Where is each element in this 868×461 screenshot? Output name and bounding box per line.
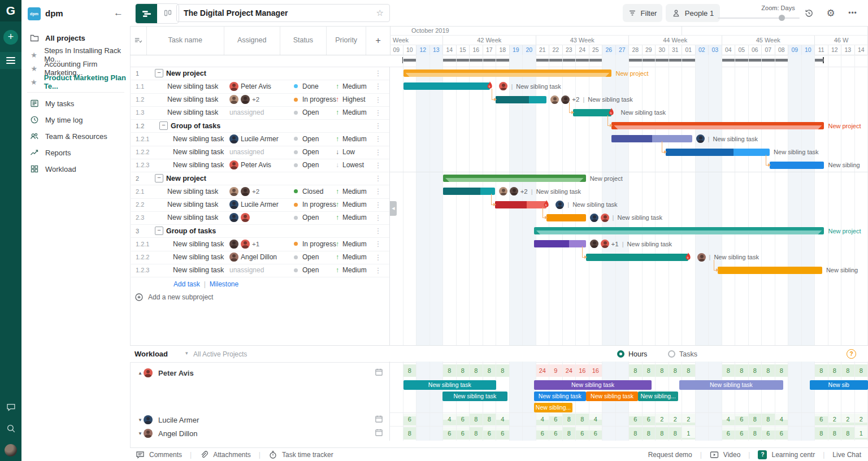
task-row[interactable]: 2.1New sibling task+2Closed↑Medium⋮ [130, 185, 389, 198]
workload-person-row[interactable]: ▲Peter Avis [130, 366, 389, 380]
project-title-field[interactable]: The Digital Project Manager ☆ [176, 4, 390, 22]
row-menu-button[interactable]: ⋮ [374, 134, 382, 143]
task-row[interactable]: 1.2.1New sibling task+1In progress↑Mediu… [130, 237, 389, 251]
collapse-toggle[interactable]: − [155, 227, 163, 235]
gantt-task-bar[interactable]: New sibling [770, 162, 824, 169]
priority-cell[interactable]: ↑Medium [336, 214, 367, 221]
gantt-project-bar[interactable]: New project [611, 122, 824, 129]
assigned-cell[interactable]: +2 [229, 95, 259, 104]
priority-cell[interactable]: ↑Medium [336, 188, 367, 195]
task-row[interactable]: 1.2.1New sibling taskLucile ArmerOpen↑Me… [130, 132, 389, 146]
settings-button[interactable]: ⚙ [822, 5, 839, 21]
assigned-cell[interactable]: +1 [229, 240, 259, 249]
tasks-radio-label[interactable]: Tasks [679, 350, 697, 358]
footer-item-request-demo[interactable]: Request demo [648, 451, 692, 459]
footer-item-video[interactable]: Video [710, 450, 740, 459]
sidebar-item-all-projects[interactable]: All projects [21, 31, 130, 45]
status-cell[interactable]: Open [294, 161, 319, 169]
column-header-task-name[interactable]: Task name [147, 26, 224, 55]
gantt-task-bar[interactable]: New sibling task [666, 149, 770, 156]
board-view-button[interactable] [157, 4, 179, 23]
row-menu-button[interactable]: ⋮ [374, 82, 382, 90]
task-row[interactable]: 2.2New sibling taskLucile ArmerIn progre… [130, 198, 389, 212]
row-menu-button[interactable]: ⋮ [374, 240, 382, 248]
more-menu-button[interactable]: ••• [844, 5, 861, 21]
status-cell[interactable]: Open [294, 135, 319, 143]
favorite-star-icon[interactable]: ☆ [376, 8, 384, 18]
workload-task-bar[interactable]: New sibling task [534, 380, 652, 390]
hours-radio[interactable] [617, 350, 624, 358]
sidebar-item-workload[interactable]: Workload [21, 162, 130, 176]
row-menu-button[interactable]: ⋮ [374, 253, 382, 262]
sidebar-item-reports[interactable]: Reports [21, 145, 130, 160]
gantt-view-button[interactable] [136, 4, 157, 23]
priority-cell[interactable]: ↑Medium [336, 135, 367, 143]
priority-cell[interactable]: ↑Medium [336, 108, 367, 116]
help-icon[interactable]: ? [847, 349, 856, 359]
hours-radio-label[interactable]: Hours [628, 350, 647, 358]
assigned-cell[interactable]: Angel Dillon [229, 253, 277, 262]
priority-cell[interactable]: ↑Highest [336, 95, 366, 103]
row-menu-button[interactable]: ⋮ [374, 148, 382, 156]
task-group-row[interactable]: 2−New project⋮ [130, 172, 389, 185]
workload-task-bar[interactable]: New sibling task [586, 392, 639, 401]
assigned-cell[interactable]: Peter Avis [229, 82, 271, 91]
assigned-cell[interactable]: Peter Avis [229, 160, 271, 169]
status-cell[interactable]: In progress [294, 201, 336, 208]
assigned-cell[interactable]: unassigned [229, 148, 264, 156]
gantt-task-bar[interactable]: +2|New sibling task [496, 96, 546, 103]
milestone-link[interactable]: Milestone [210, 280, 238, 288]
assigned-cell[interactable]: +2 [229, 187, 259, 196]
priority-cell[interactable]: ↑Medium [336, 266, 367, 274]
assigned-cell[interactable] [229, 213, 250, 222]
row-menu-button[interactable]: ⋮ [374, 187, 382, 195]
gantt-task-bar[interactable]: New sibling [718, 267, 822, 274]
status-cell[interactable]: Closed [294, 188, 323, 195]
workload-task-bar[interactable]: New sibling... [638, 392, 678, 401]
gantt-task-bar[interactable]: |New sibling task [403, 82, 491, 90]
collapse-toggle[interactable]: − [159, 121, 168, 130]
row-menu-button[interactable]: ⋮ [374, 108, 382, 117]
sidebar-item-team-resources[interactable]: Team & Resources [21, 129, 130, 143]
history-button[interactable] [800, 5, 817, 21]
sidebar-item-my-time-log[interactable]: My time log [21, 112, 130, 127]
project-title[interactable]: The Digital Project Manager [184, 8, 376, 18]
chat-icon[interactable] [6, 402, 16, 412]
panel-splitter[interactable]: ◀ [390, 201, 397, 216]
gantt-task-bar[interactable]: +2|New sibling task [443, 188, 495, 195]
footer-item-live-chat[interactable]: Live Chat [832, 451, 861, 459]
row-menu-button[interactable]: ⋮ [374, 201, 382, 209]
task-row[interactable]: 1.2.3New sibling taskunassignedOpen↑Medi… [130, 264, 389, 277]
workload-task-bar[interactable]: New sibling task [442, 392, 507, 401]
column-header-status[interactable]: Status [280, 26, 327, 55]
priority-cell[interactable]: ↓Lowest [336, 161, 364, 169]
gantt-task-bar[interactable]: +1|New sibling task [534, 240, 586, 247]
gantt-task-bar[interactable]: New sibling task [573, 109, 611, 116]
status-cell[interactable]: Open [294, 253, 319, 261]
task-row[interactable]: 1.2.2New sibling taskunassignedOpen↓Low⋮ [130, 146, 389, 159]
gantt-project-bar[interactable]: New project [403, 69, 612, 77]
sidebar-item-my-tasks[interactable]: My tasks [21, 96, 130, 111]
add-task-link[interactable]: Add task [173, 280, 200, 288]
status-cell[interactable]: Open [294, 266, 319, 274]
row-menu-button[interactable]: ⋮ [374, 69, 382, 77]
task-group-row[interactable]: 3−Group of tasks⋮ [130, 224, 389, 238]
column-header-assigned[interactable]: Assigned [224, 26, 280, 55]
zoom-slider-track[interactable] [718, 18, 800, 19]
status-cell[interactable]: Open [294, 108, 319, 116]
assigned-cell[interactable]: Lucile Armer [229, 200, 279, 209]
search-icon[interactable] [6, 424, 16, 433]
collapse-toggle[interactable]: − [155, 174, 163, 182]
assigned-cell[interactable]: unassigned [229, 108, 264, 116]
status-cell[interactable]: In progress [294, 240, 336, 248]
task-row[interactable]: 1.2New sibling task+2In progress↑Highest… [130, 93, 389, 107]
column-header-priority[interactable]: Priority [327, 26, 366, 55]
task-group-row[interactable]: 1−New project⋮ [130, 67, 389, 80]
assigned-cell[interactable]: unassigned [229, 266, 264, 274]
row-menu-button[interactable]: ⋮ [374, 95, 382, 104]
zoom-slider-knob[interactable] [779, 15, 785, 21]
collapse-toggle[interactable]: − [155, 69, 163, 77]
task-row[interactable]: 2.3New sibling taskOpen↑Medium⋮ [130, 211, 389, 225]
gantt-project-bar[interactable]: New project [443, 175, 586, 182]
workload-task-bar[interactable]: New sibling... [534, 403, 572, 412]
